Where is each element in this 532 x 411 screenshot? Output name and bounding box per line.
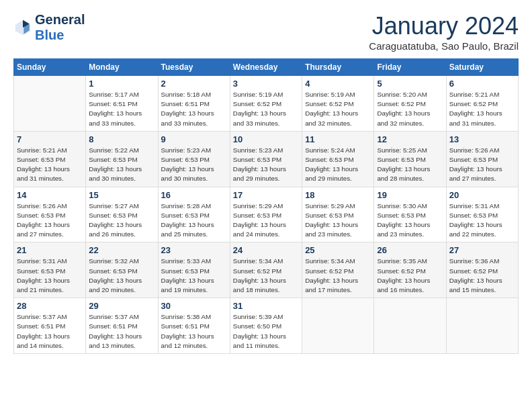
logo: General Blue — [13, 12, 85, 43]
day-number: 25 — [305, 245, 371, 255]
day-number: 27 — [449, 245, 515, 255]
day-number: 30 — [161, 301, 227, 311]
day-number: 31 — [233, 301, 299, 311]
calendar-cell — [446, 298, 518, 354]
day-number: 12 — [377, 134, 443, 144]
day-info: Sunrise: 5:24 AM Sunset: 6:53 PM Dayligh… — [305, 146, 371, 184]
col-sunday: Sunday — [14, 59, 86, 76]
day-number: 17 — [233, 190, 299, 200]
day-number: 28 — [17, 301, 83, 311]
calendar-week-5: 28Sunrise: 5:37 AM Sunset: 6:51 PM Dayli… — [14, 298, 519, 354]
calendar-cell: 26Sunrise: 5:35 AM Sunset: 6:52 PM Dayli… — [374, 242, 446, 298]
calendar-cell: 24Sunrise: 5:34 AM Sunset: 6:52 PM Dayli… — [230, 242, 302, 298]
day-info: Sunrise: 5:38 AM Sunset: 6:51 PM Dayligh… — [161, 312, 227, 351]
col-thursday: Thursday — [302, 59, 374, 76]
calendar-cell: 30Sunrise: 5:38 AM Sunset: 6:51 PM Dayli… — [158, 298, 230, 354]
calendar-cell: 9Sunrise: 5:23 AM Sunset: 6:53 PM Daylig… — [158, 131, 230, 187]
day-info: Sunrise: 5:37 AM Sunset: 6:51 PM Dayligh… — [17, 312, 83, 351]
day-info: Sunrise: 5:19 AM Sunset: 6:52 PM Dayligh… — [233, 90, 299, 128]
calendar-cell: 23Sunrise: 5:33 AM Sunset: 6:53 PM Dayli… — [158, 242, 230, 298]
day-info: Sunrise: 5:31 AM Sunset: 6:53 PM Dayligh… — [449, 201, 515, 240]
day-info: Sunrise: 5:29 AM Sunset: 6:53 PM Dayligh… — [305, 201, 371, 240]
day-info: Sunrise: 5:21 AM Sunset: 6:52 PM Dayligh… — [449, 90, 515, 128]
calendar-cell: 8Sunrise: 5:22 AM Sunset: 6:53 PM Daylig… — [86, 131, 158, 187]
day-number: 20 — [449, 190, 515, 200]
calendar-cell: 2Sunrise: 5:18 AM Sunset: 6:51 PM Daylig… — [158, 76, 230, 132]
calendar-cell: 19Sunrise: 5:30 AM Sunset: 6:53 PM Dayli… — [374, 187, 446, 242]
calendar-cell: 20Sunrise: 5:31 AM Sunset: 6:53 PM Dayli… — [446, 187, 518, 242]
day-info: Sunrise: 5:39 AM Sunset: 6:50 PM Dayligh… — [233, 312, 299, 351]
day-number: 7 — [17, 134, 83, 144]
day-info: Sunrise: 5:30 AM Sunset: 6:53 PM Dayligh… — [377, 201, 443, 240]
month-title: January 2024 — [369, 12, 519, 40]
col-saturday: Saturday — [446, 59, 518, 76]
title-area: January 2024 Caraguatatuba, Sao Paulo, B… — [369, 12, 519, 52]
calendar-cell: 28Sunrise: 5:37 AM Sunset: 6:51 PM Dayli… — [14, 298, 86, 354]
calendar-cell: 22Sunrise: 5:32 AM Sunset: 6:53 PM Dayli… — [86, 242, 158, 298]
day-number: 6 — [449, 79, 515, 89]
calendar-cell: 10Sunrise: 5:23 AM Sunset: 6:53 PM Dayli… — [230, 131, 302, 187]
calendar-cell — [374, 298, 446, 354]
day-number: 19 — [377, 190, 443, 200]
header-row: Sunday Monday Tuesday Wednesday Thursday… — [14, 59, 519, 76]
calendar-week-3: 14Sunrise: 5:26 AM Sunset: 6:53 PM Dayli… — [14, 187, 519, 242]
day-info: Sunrise: 5:32 AM Sunset: 6:53 PM Dayligh… — [89, 257, 154, 295]
calendar-cell: 16Sunrise: 5:28 AM Sunset: 6:53 PM Dayli… — [158, 187, 230, 242]
day-info: Sunrise: 5:35 AM Sunset: 6:52 PM Dayligh… — [377, 257, 443, 295]
day-info: Sunrise: 5:33 AM Sunset: 6:53 PM Dayligh… — [161, 257, 227, 295]
calendar-cell: 14Sunrise: 5:26 AM Sunset: 6:53 PM Dayli… — [14, 187, 86, 242]
logo-text: General Blue — [35, 12, 85, 43]
calendar-cell: 27Sunrise: 5:36 AM Sunset: 6:52 PM Dayli… — [446, 242, 518, 298]
calendar-cell: 31Sunrise: 5:39 AM Sunset: 6:50 PM Dayli… — [230, 298, 302, 354]
calendar-cell: 25Sunrise: 5:34 AM Sunset: 6:52 PM Dayli… — [302, 242, 374, 298]
calendar-table: Sunday Monday Tuesday Wednesday Thursday… — [13, 58, 519, 354]
day-info: Sunrise: 5:23 AM Sunset: 6:53 PM Dayligh… — [233, 146, 299, 184]
day-number: 5 — [377, 79, 443, 89]
day-number: 4 — [305, 79, 371, 89]
day-number: 1 — [89, 79, 154, 89]
col-friday: Friday — [374, 59, 446, 76]
day-info: Sunrise: 5:25 AM Sunset: 6:53 PM Dayligh… — [377, 146, 443, 184]
calendar-cell — [302, 298, 374, 354]
calendar-cell — [14, 76, 86, 132]
calendar-cell: 6Sunrise: 5:21 AM Sunset: 6:52 PM Daylig… — [446, 76, 518, 132]
col-wednesday: Wednesday — [230, 59, 302, 76]
calendar-cell: 4Sunrise: 5:19 AM Sunset: 6:52 PM Daylig… — [302, 76, 374, 132]
calendar-week-4: 21Sunrise: 5:31 AM Sunset: 6:53 PM Dayli… — [14, 242, 519, 298]
col-monday: Monday — [86, 59, 158, 76]
calendar-cell: 11Sunrise: 5:24 AM Sunset: 6:53 PM Dayli… — [302, 131, 374, 187]
day-number: 11 — [305, 134, 371, 144]
day-number: 2 — [161, 79, 227, 89]
day-number: 26 — [377, 245, 443, 255]
day-info: Sunrise: 5:26 AM Sunset: 6:53 PM Dayligh… — [449, 146, 515, 184]
calendar-cell: 3Sunrise: 5:19 AM Sunset: 6:52 PM Daylig… — [230, 76, 302, 132]
day-info: Sunrise: 5:28 AM Sunset: 6:53 PM Dayligh… — [161, 201, 227, 240]
logo-icon — [13, 18, 32, 37]
calendar-cell: 7Sunrise: 5:21 AM Sunset: 6:53 PM Daylig… — [14, 131, 86, 187]
calendar-cell: 29Sunrise: 5:37 AM Sunset: 6:51 PM Dayli… — [86, 298, 158, 354]
day-number: 9 — [161, 134, 227, 144]
day-info: Sunrise: 5:18 AM Sunset: 6:51 PM Dayligh… — [161, 90, 227, 128]
day-number: 15 — [89, 190, 154, 200]
day-info: Sunrise: 5:19 AM Sunset: 6:52 PM Dayligh… — [305, 90, 371, 128]
day-info: Sunrise: 5:37 AM Sunset: 6:51 PM Dayligh… — [89, 312, 154, 351]
subtitle: Caraguatatuba, Sao Paulo, Brazil — [369, 40, 519, 52]
day-info: Sunrise: 5:31 AM Sunset: 6:53 PM Dayligh… — [17, 257, 83, 295]
day-number: 16 — [161, 190, 227, 200]
day-number: 8 — [89, 134, 154, 144]
calendar-cell: 17Sunrise: 5:29 AM Sunset: 6:53 PM Dayli… — [230, 187, 302, 242]
day-number: 3 — [233, 79, 299, 89]
calendar-cell: 13Sunrise: 5:26 AM Sunset: 6:53 PM Dayli… — [446, 131, 518, 187]
col-tuesday: Tuesday — [158, 59, 230, 76]
day-number: 18 — [305, 190, 371, 200]
header: General Blue January 2024 Caraguatatuba,… — [13, 12, 519, 52]
day-number: 29 — [89, 301, 154, 311]
day-info: Sunrise: 5:17 AM Sunset: 6:51 PM Dayligh… — [89, 90, 154, 128]
day-info: Sunrise: 5:36 AM Sunset: 6:52 PM Dayligh… — [449, 257, 515, 295]
calendar-cell: 21Sunrise: 5:31 AM Sunset: 6:53 PM Dayli… — [14, 242, 86, 298]
calendar-week-2: 7Sunrise: 5:21 AM Sunset: 6:53 PM Daylig… — [14, 131, 519, 187]
day-info: Sunrise: 5:23 AM Sunset: 6:53 PM Dayligh… — [161, 146, 227, 184]
day-number: 13 — [449, 134, 515, 144]
day-info: Sunrise: 5:22 AM Sunset: 6:53 PM Dayligh… — [89, 146, 154, 184]
day-info: Sunrise: 5:34 AM Sunset: 6:52 PM Dayligh… — [233, 257, 299, 295]
